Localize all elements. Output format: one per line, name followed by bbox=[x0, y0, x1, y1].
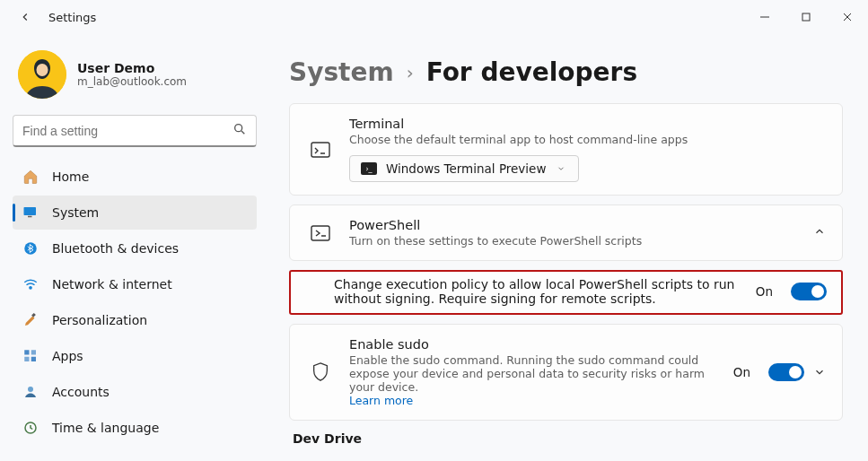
powershell-card: PowerShell Turn on these settings to exe… bbox=[289, 204, 843, 261]
nav-home[interactable]: Home bbox=[13, 160, 257, 194]
shield-icon bbox=[306, 358, 335, 387]
sudo-state: On bbox=[733, 365, 750, 379]
titlebar: Settings bbox=[0, 0, 868, 34]
home-icon bbox=[22, 168, 39, 186]
svg-rect-12 bbox=[31, 350, 36, 354]
svg-rect-14 bbox=[31, 357, 36, 361]
svg-point-4 bbox=[235, 125, 242, 132]
sudo-card: Enable sudo Enable the sudo command. Run… bbox=[289, 324, 843, 421]
sudo-title: Enable sudo bbox=[349, 337, 719, 352]
execution-policy-toggle[interactable] bbox=[791, 283, 827, 300]
avatar bbox=[18, 50, 66, 99]
nav-list: Home System Bluetooth & devices bbox=[13, 160, 257, 445]
dev-drive-heading: Dev Drive bbox=[289, 431, 843, 446]
maximize-button[interactable] bbox=[785, 3, 827, 31]
nav-bluetooth[interactable]: Bluetooth & devices bbox=[13, 231, 257, 265]
profile-block[interactable]: User Demo m_lab@outlook.com bbox=[13, 50, 257, 99]
page-title: For developers bbox=[426, 57, 637, 87]
search-icon bbox=[232, 122, 247, 139]
powershell-collapse[interactable] bbox=[813, 225, 826, 240]
terminal-icon bbox=[306, 135, 335, 164]
sudo-learn-more-link[interactable]: Learn more bbox=[349, 394, 413, 407]
powershell-title: PowerShell bbox=[349, 218, 799, 232]
search-input[interactable] bbox=[22, 124, 232, 138]
svg-rect-13 bbox=[24, 357, 29, 361]
terminal-selector[interactable]: ›_ Windows Terminal Preview bbox=[349, 155, 579, 182]
minimize-button[interactable] bbox=[744, 3, 785, 31]
breadcrumb-parent[interactable]: System bbox=[289, 57, 394, 87]
nav-system[interactable]: System bbox=[13, 196, 257, 230]
sudo-subtitle: Enable the sudo command. Running the sud… bbox=[349, 353, 719, 407]
execution-policy-text: Change execution policy to allow local P… bbox=[334, 277, 740, 306]
sidebar: User Demo m_lab@outlook.com Home bbox=[0, 34, 269, 461]
main-panel: System › For developers Terminal Choose … bbox=[269, 34, 868, 461]
breadcrumb: System › For developers bbox=[289, 57, 843, 87]
back-button[interactable] bbox=[13, 4, 38, 30]
nav-accounts[interactable]: Accounts bbox=[13, 375, 257, 409]
bluetooth-icon bbox=[22, 239, 39, 257]
chevron-right-icon: › bbox=[407, 62, 414, 83]
nav-label: Time & language bbox=[52, 421, 159, 435]
nav-label: Bluetooth & devices bbox=[52, 241, 179, 256]
svg-point-3 bbox=[37, 64, 48, 76]
terminal-title: Terminal bbox=[349, 117, 826, 131]
svg-point-9 bbox=[30, 287, 31, 289]
wifi-icon bbox=[22, 275, 39, 293]
nav-label: Home bbox=[52, 170, 89, 184]
nav-label: Personalization bbox=[52, 313, 147, 327]
svg-rect-6 bbox=[24, 207, 37, 215]
terminal-subtitle: Choose the default terminal app to host … bbox=[349, 133, 826, 146]
search-box[interactable] bbox=[13, 115, 257, 147]
execution-policy-row: Change execution policy to allow local P… bbox=[289, 270, 843, 315]
nav-label: System bbox=[52, 205, 99, 220]
svg-line-5 bbox=[241, 131, 244, 134]
terminal-app-icon: ›_ bbox=[361, 162, 377, 175]
nav-time-language[interactable]: Time & language bbox=[13, 411, 257, 445]
apps-icon bbox=[22, 347, 39, 365]
execution-policy-state: On bbox=[756, 284, 773, 299]
svg-rect-17 bbox=[311, 143, 329, 157]
svg-rect-11 bbox=[24, 350, 29, 354]
chevron-down-icon bbox=[555, 164, 567, 173]
nav-label: Accounts bbox=[52, 385, 110, 399]
svg-rect-10 bbox=[31, 313, 36, 317]
nav-network[interactable]: Network & internet bbox=[13, 267, 257, 301]
accounts-icon bbox=[22, 383, 39, 401]
window-title: Settings bbox=[48, 11, 96, 24]
system-icon bbox=[22, 204, 39, 222]
powershell-icon bbox=[306, 219, 335, 248]
svg-point-15 bbox=[28, 387, 33, 392]
terminal-card: Terminal Choose the default terminal app… bbox=[289, 103, 843, 196]
sudo-toggle[interactable] bbox=[768, 363, 804, 381]
profile-email: m_lab@outlook.com bbox=[77, 75, 187, 88]
nav-apps[interactable]: Apps bbox=[13, 339, 257, 373]
nav-label: Apps bbox=[52, 349, 83, 363]
close-button[interactable] bbox=[827, 3, 868, 31]
svg-rect-1 bbox=[802, 13, 810, 21]
svg-rect-7 bbox=[28, 216, 32, 218]
terminal-selected: Windows Terminal Preview bbox=[386, 161, 546, 176]
nav-personalization[interactable]: Personalization bbox=[13, 303, 257, 337]
clock-icon bbox=[22, 419, 39, 437]
brush-icon bbox=[22, 311, 39, 329]
sudo-expand[interactable] bbox=[813, 366, 826, 378]
profile-name: User Demo bbox=[77, 61, 187, 75]
powershell-subtitle: Turn on these settings to execute PowerS… bbox=[349, 234, 799, 248]
nav-label: Network & internet bbox=[52, 277, 172, 291]
